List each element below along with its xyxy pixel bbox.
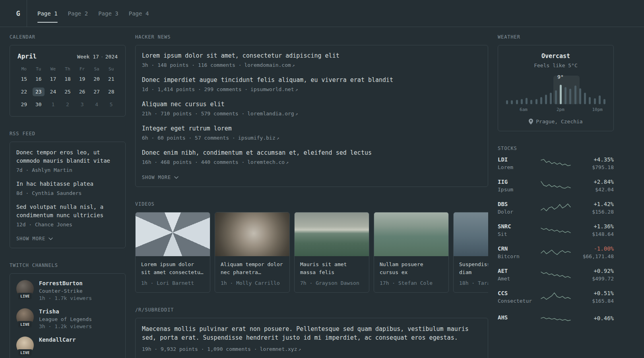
stock-row[interactable]: AET Amet +0.92% $499.72 — [498, 268, 614, 282]
calendar-year: 2024 — [105, 54, 118, 60]
rss-item-title[interactable]: In hac habitasse platea — [16, 180, 119, 188]
video-card[interactable]: Aliquam tempor dolor nec pharetra… 1h · … — [215, 212, 290, 293]
domain-text: loremdomain.com — [244, 62, 291, 68]
hn-item-domain[interactable]: loremdomain.com↗ — [244, 62, 295, 68]
rss-item-title[interactable]: Sed volutpat nulla nisl, a condimentum n… — [16, 203, 119, 220]
stock-name: Bitcorn — [498, 253, 540, 259]
weather-bar — [526, 98, 528, 104]
tab-page-1[interactable]: Page 1 — [37, 0, 58, 27]
stocks-section-title: STOCKS — [498, 146, 614, 151]
video-info: Mauris sit amet massa felis 7h · Grayson… — [295, 256, 369, 292]
stock-row[interactable]: DBS Dolor +1.42% $156.28 — [498, 201, 614, 215]
channel-info: KendallCarr — [39, 337, 76, 343]
weather-location-row: Prague, Czechia — [504, 119, 607, 125]
stock-row[interactable]: SNRC Sit +1.36% $148.64 — [498, 223, 614, 237]
subreddit-post-domain[interactable]: loremnet.xyz↗ — [260, 346, 301, 352]
hn-item-domain[interactable]: ipsumify.biz↗ — [238, 135, 279, 141]
stock-price: $499.72 — [571, 276, 614, 282]
calendar-day-cell: 24 — [46, 88, 60, 96]
weather-bar — [594, 98, 596, 104]
hn-item-title[interactable]: Lorem ipsum dolor sit amet, consectetur … — [142, 52, 481, 60]
stock-price: $795.18 — [571, 164, 614, 170]
stock-sparkline — [540, 180, 571, 192]
stock-values: +1.36% $148.64 — [571, 223, 614, 237]
weather-bar — [545, 95, 547, 104]
twitch-channel-row: LIVE KendallCarr — [16, 337, 119, 354]
stock-id: AET Amet — [498, 268, 540, 282]
tab-page-2[interactable]: Page 2 — [68, 0, 88, 27]
weather-bar — [603, 99, 605, 104]
hn-show-more-button[interactable]: SHOW MORE — [142, 175, 178, 180]
stock-symbol: DBS — [498, 201, 540, 207]
hn-item: Integer eget rutrum lorem 6h · 60 points… — [142, 125, 481, 142]
stock-change: -1.00% — [571, 245, 614, 252]
calendar-day-cell: 27 — [89, 88, 104, 96]
stock-id: IIG Ipsum — [498, 179, 540, 193]
stock-row[interactable]: LDI Lorem +4.35% $795.18 — [498, 156, 614, 170]
rss-item-title[interactable]: Donec tempor eros leo, ut commodo mauris… — [16, 148, 119, 165]
stock-values: +4.35% $795.18 — [571, 156, 614, 170]
stock-sparkline — [540, 224, 571, 236]
stock-change: +0.51% — [571, 290, 614, 296]
hn-item-title[interactable]: Donec imperdiet augue tincidunt felis al… — [142, 76, 481, 84]
hn-item-domain[interactable]: loremtech.co↗ — [247, 159, 289, 165]
twitch-widget: TWITCH CHANNELS LIVE ForrestBurton Count… — [10, 263, 126, 358]
rss-section-title: RSS FEED — [10, 131, 126, 136]
calendar-widget: CALENDAR April Week 17·2024 Mo Tu We Th … — [10, 34, 126, 117]
stock-price: $148.64 — [571, 231, 614, 237]
calendar-week: Week 17 — [77, 54, 99, 60]
stock-id: LDI Lorem — [498, 156, 540, 170]
video-meta: 18h · Tara — [459, 279, 488, 287]
stock-row[interactable]: CRN Bitcorn -1.00% $66,171.48 — [498, 245, 614, 259]
calendar-day-cell: 29 — [17, 100, 31, 109]
video-card[interactable]: Mauris sit amet massa felis 7h · Grayson… — [294, 212, 369, 293]
calendar-card: April Week 17·2024 Mo Tu We Th Fr Sa Su — [10, 45, 126, 117]
video-card[interactable]: Nullam posuere cursus ex 17h · Stefan Co… — [374, 212, 449, 293]
stock-name: Sit — [498, 231, 540, 237]
video-meta: 7h · Grayson Dawson — [300, 279, 363, 287]
tab-page-3[interactable]: Page 3 — [98, 0, 118, 27]
channel-name[interactable]: Trisha — [39, 308, 92, 315]
hn-item-title[interactable]: Integer eget rutrum lorem — [142, 125, 481, 133]
channel-info: Trisha League of Legends 3h · 1.2k viewe… — [39, 308, 92, 329]
hn-item-domain[interactable]: loremlandia.org↗ — [247, 111, 298, 117]
stocks-widget: STOCKS LDI Lorem +4.35% $795.18 — [498, 146, 614, 324]
calendar-day-cell: 28 — [104, 88, 118, 96]
stock-values: +0.92% $499.72 — [571, 268, 614, 282]
app-logo[interactable]: G — [10, 0, 27, 27]
stock-values: -1.00% $66,171.48 — [571, 245, 614, 259]
hn-item-meta: 3h · 148 points · 116 comments ·loremdom… — [142, 61, 481, 69]
hn-item-title[interactable]: Aliquam nec cursus elit — [142, 100, 481, 109]
rss-show-more-button[interactable]: SHOW MORE — [16, 236, 53, 241]
stock-values: +2.84% $42.04 — [571, 179, 614, 193]
hacker-news-card: Lorem ipsum dolor sit amet, consectetur … — [135, 45, 488, 187]
stock-values: +1.42% $156.28 — [571, 201, 614, 215]
hn-item-meta: 21h · 710 points · 579 comments ·loremla… — [142, 110, 481, 118]
video-card[interactable]: Suspendisse diam 18h · Tara — [453, 212, 488, 293]
stock-sparkline — [540, 158, 571, 169]
channel-name[interactable]: ForrestBurton — [39, 280, 92, 286]
subreddit-post-title[interactable]: Maecenas mollis pulvinar erat non posuer… — [142, 325, 481, 342]
dow-label: Th — [60, 66, 75, 72]
weather-chart: 9°6am2pm10pm — [506, 76, 605, 112]
stock-sparkline — [540, 269, 571, 281]
stock-row[interactable]: CCS Consectetur +0.51% $165.84 — [498, 290, 614, 304]
stock-symbol: LDI — [498, 156, 540, 163]
video-card[interactable]: Lorem ipsum dolor sit amet consectetu… 1… — [135, 212, 210, 293]
channel-name[interactable]: KendallCarr — [39, 337, 76, 343]
weather-time-label: 10pm — [592, 107, 603, 112]
left-column: CALENDAR April Week 17·2024 Mo Tu We Th … — [10, 34, 126, 358]
weather-bar — [530, 100, 532, 104]
hn-item-domain[interactable]: ipsumworld.net↗ — [250, 86, 298, 92]
stock-row[interactable]: AHS +0.46% — [498, 312, 614, 324]
stock-price: $42.04 — [571, 187, 614, 193]
stock-row[interactable]: IIG Ipsum +2.84% $42.04 — [498, 179, 614, 193]
tab-page-4[interactable]: Page 4 — [129, 0, 149, 27]
calendar-day-cell: 4 — [89, 100, 104, 109]
calendar-day-cell: 25 — [60, 88, 75, 96]
hn-item-stats: 16h · 468 points · 440 comments · — [142, 159, 244, 165]
chevron-down-icon — [174, 176, 178, 179]
hn-item-title[interactable]: Donec enim nibh, condimentum et accumsan… — [142, 149, 481, 157]
hn-item-meta: 1d · 1,414 points · 299 comments ·ipsumw… — [142, 86, 481, 93]
weather-bar — [584, 93, 586, 104]
